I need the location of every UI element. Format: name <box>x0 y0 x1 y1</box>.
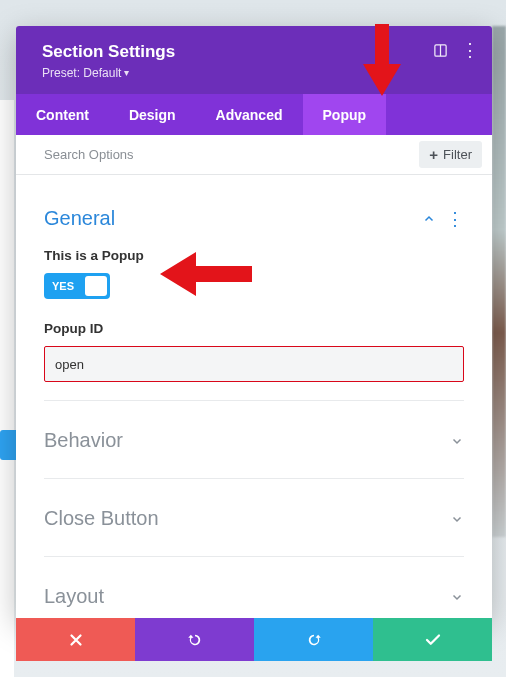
preset-selector[interactable]: Preset: Default▾ <box>42 66 474 80</box>
section-title-behavior: Behavior <box>44 429 123 452</box>
section-title-close-button: Close Button <box>44 507 159 530</box>
undo-icon <box>186 631 204 649</box>
action-bar <box>16 618 492 661</box>
annotation-arrow-left <box>160 252 252 296</box>
preset-value: Default <box>83 66 121 80</box>
section-title-layout: Layout <box>44 585 104 608</box>
tab-bar: Content Design Advanced Popup <box>16 94 492 135</box>
is-popup-label: This is a Popup <box>44 248 464 263</box>
chevron-up-icon[interactable] <box>422 212 436 226</box>
chevron-down-icon <box>450 512 464 526</box>
section-behavior-header[interactable]: Behavior <box>44 407 464 474</box>
filter-label: Filter <box>443 147 472 162</box>
search-input[interactable] <box>44 147 419 162</box>
section-more-icon[interactable]: ⋮ <box>446 210 464 228</box>
plus-icon: + <box>429 147 438 162</box>
check-icon <box>424 631 442 649</box>
chevron-down-icon <box>450 434 464 448</box>
section-layout-header[interactable]: Layout <box>44 563 464 618</box>
section-close-button-header[interactable]: Close Button <box>44 485 464 552</box>
popup-id-input[interactable] <box>44 346 464 382</box>
undo-button[interactable] <box>135 618 254 661</box>
tab-design[interactable]: Design <box>109 94 196 135</box>
panel-header: Section Settings Preset: Default▾ ⋮ <box>16 26 492 94</box>
tab-advanced[interactable]: Advanced <box>196 94 303 135</box>
chevron-down-icon <box>450 590 464 604</box>
section-title-general: General <box>44 207 115 230</box>
close-icon <box>67 631 85 649</box>
panel-content: General ⋮ This is a Popup YES Popup ID <box>16 175 492 618</box>
portability-icon[interactable] <box>432 42 448 58</box>
caret-down-icon: ▾ <box>124 67 129 78</box>
toggle-knob <box>85 276 107 296</box>
is-popup-toggle[interactable]: YES <box>44 273 110 299</box>
panel-title: Section Settings <box>42 42 474 62</box>
tab-content[interactable]: Content <box>16 94 109 135</box>
filter-button[interactable]: + Filter <box>419 141 482 168</box>
section-general-header[interactable]: General ⋮ <box>44 201 464 240</box>
search-bar: + Filter <box>16 135 492 175</box>
toggle-on-text: YES <box>52 280 74 292</box>
redo-icon <box>305 631 323 649</box>
settings-panel: Section Settings Preset: Default▾ ⋮ Cont… <box>16 26 492 618</box>
annotation-arrow-down <box>363 24 401 96</box>
redo-button[interactable] <box>254 618 373 661</box>
cancel-button[interactable] <box>16 618 135 661</box>
preset-prefix: Preset: <box>42 66 83 80</box>
popup-id-label: Popup ID <box>44 321 464 336</box>
more-icon[interactable]: ⋮ <box>462 42 478 58</box>
save-button[interactable] <box>373 618 492 661</box>
tab-popup[interactable]: Popup <box>303 94 387 135</box>
